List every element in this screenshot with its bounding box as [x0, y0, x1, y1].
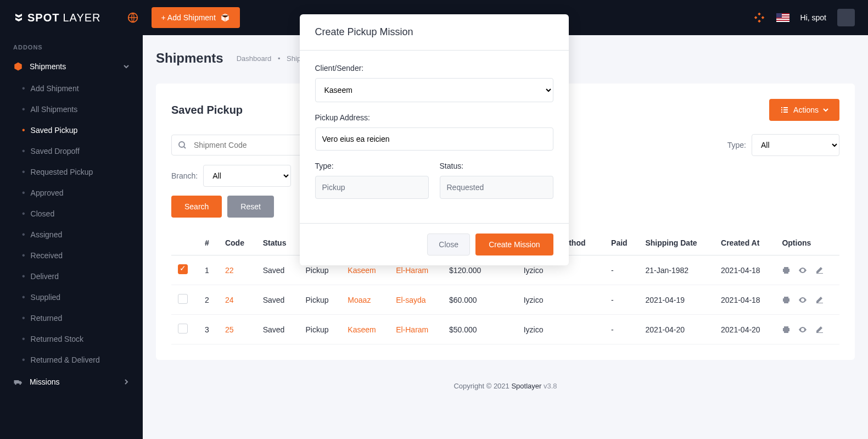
svg-rect-6 [776, 13, 782, 18]
search-button[interactable]: Search [171, 196, 222, 218]
cell-shipdate: 21-Jan-1982 [639, 255, 714, 285]
address-label: Pickup Address: [315, 113, 553, 122]
sidebar-item-supplied[interactable]: Supplied [0, 287, 143, 308]
print-icon[interactable] [782, 266, 791, 275]
cell-client[interactable]: Kaseem [348, 266, 376, 275]
cell-code[interactable]: 24 [225, 296, 234, 304]
chevron-down-icon [123, 63, 130, 70]
col-paid: Paid [604, 231, 639, 255]
svg-point-7 [15, 383, 16, 385]
sidebar-item-shipments[interactable]: Shipments [0, 55, 143, 78]
cell-branch[interactable]: El-sayda [396, 296, 425, 304]
sidebar-item-add-shipment[interactable]: Add Shipment [0, 78, 143, 99]
cell-branch[interactable]: El-Haram [396, 266, 428, 275]
type-filter-select[interactable]: All [752, 134, 839, 156]
truck-icon [13, 377, 23, 387]
breadcrumb-dashboard[interactable]: Dashboard [237, 54, 272, 63]
col-created: Created At [714, 231, 775, 255]
sidebar-section-addons: ADDONS [0, 35, 143, 55]
svg-rect-4 [776, 19, 789, 20]
breadcrumb: Dashboard • Shipm [234, 54, 309, 63]
cell-num: 2 [198, 285, 219, 315]
row-checkbox[interactable] [178, 324, 188, 334]
sidebar-item-received[interactable]: Received [0, 245, 143, 266]
sidebar-missions-label: Missions [30, 377, 59, 386]
col-shipdate: Shipping Date [639, 231, 714, 255]
list-icon [780, 105, 789, 114]
print-icon[interactable] [782, 296, 791, 304]
cell-paid: - [604, 255, 639, 285]
col-status: Status [256, 231, 299, 255]
sidebar-item-label: Returned Stock [31, 335, 84, 343]
sidebar-item-label: Returned & Deliverd [31, 355, 100, 364]
cell-client[interactable]: Moaaz [348, 296, 371, 304]
logo-text-2: LAYER [63, 12, 100, 24]
reset-button[interactable]: Reset [227, 196, 274, 218]
cell-branch[interactable]: El-Haram [396, 325, 428, 334]
client-select[interactable]: Kaseem [315, 78, 553, 102]
sidebar-item-returned[interactable]: Returned [0, 308, 143, 329]
row-checkbox[interactable] [178, 294, 188, 304]
sidebar-item-missions[interactable]: Missions [0, 370, 143, 393]
eye-icon[interactable] [798, 296, 807, 304]
search-icon [178, 141, 187, 149]
edit-icon[interactable] [815, 325, 824, 334]
print-icon[interactable] [782, 325, 791, 334]
cell-created: 2021-04-20 [714, 315, 775, 344]
row-checkbox[interactable] [178, 264, 188, 274]
create-mission-modal: Create Pickup Mission Client/Sender: Kas… [300, 14, 569, 265]
modal-status-label: Status: [440, 162, 553, 170]
sidebar-item-approved[interactable]: Approved [0, 182, 143, 203]
cell-payment: Iyzico [517, 315, 604, 344]
page-title: Shipments [156, 51, 223, 66]
edit-icon[interactable] [815, 296, 824, 304]
logo[interactable]: SPOTLAYER [13, 12, 101, 24]
chevron-right-icon [123, 379, 130, 385]
sidebar-item-assigned[interactable]: Assigned [0, 224, 143, 245]
avatar[interactable] [837, 9, 855, 26]
apps-icon[interactable] [753, 12, 765, 24]
sidebar-item-label: Returned [31, 314, 63, 323]
sidebar-item-requested-pickup[interactable]: Requested Pickup [0, 162, 143, 182]
cell-cost: $60.000 [443, 285, 517, 315]
cell-created: 2021-04-18 [714, 255, 775, 285]
cell-payment: Iyzico [517, 285, 604, 315]
svg-point-8 [19, 383, 21, 385]
branch-filter-select[interactable]: All [203, 165, 291, 187]
cell-type: Pickup [299, 315, 341, 344]
sidebar-item-returned-stock[interactable]: Returned Stock [0, 329, 143, 349]
globe-button[interactable] [123, 8, 143, 27]
sidebar-item-closed[interactable]: Closed [0, 203, 143, 224]
sidebar-item-all-shipments[interactable]: All Shipments [0, 99, 143, 120]
svg-point-9 [179, 142, 184, 147]
flag-icon[interactable] [776, 13, 789, 22]
cell-type: Pickup [299, 285, 341, 315]
modal-status-input [440, 176, 553, 199]
sidebar: ADDONS Shipments Add Shipment All Shipme… [0, 35, 143, 439]
sidebar-item-returned-deliverd[interactable]: Returned & Deliverd [0, 349, 143, 370]
modal-type-input [315, 176, 429, 199]
create-mission-button[interactable]: Create Mission [475, 234, 553, 255]
address-input[interactable] [315, 127, 553, 151]
cell-paid: - [604, 285, 639, 315]
sidebar-item-label: Saved Pickup [31, 126, 78, 135]
box-icon [13, 62, 23, 71]
eye-icon[interactable] [798, 325, 807, 334]
actions-button[interactable]: Actions [769, 99, 839, 121]
add-shipment-button[interactable]: + Add Shipment [152, 7, 240, 28]
cell-code[interactable]: 25 [225, 325, 234, 334]
cell-code[interactable]: 22 [225, 266, 234, 275]
col-code: Code [219, 231, 256, 255]
edit-icon[interactable] [815, 266, 824, 275]
sidebar-item-deliverd[interactable]: Deliverd [0, 266, 143, 287]
close-button[interactable]: Close [427, 234, 470, 255]
box-icon [220, 13, 230, 23]
sidebar-item-label: Received [31, 251, 63, 260]
eye-icon[interactable] [798, 266, 807, 275]
footer-brand-link[interactable]: Spotlayer [511, 382, 541, 390]
sidebar-item-saved-pickup[interactable]: Saved Pickup [0, 120, 143, 141]
chevron-down-icon [823, 107, 828, 113]
modal-body: Client/Sender: Kaseem Pickup Address: Ty… [300, 51, 569, 223]
cell-client[interactable]: Kaseem [348, 325, 376, 334]
sidebar-item-saved-dropoff[interactable]: Saved Dropoff [0, 141, 143, 162]
